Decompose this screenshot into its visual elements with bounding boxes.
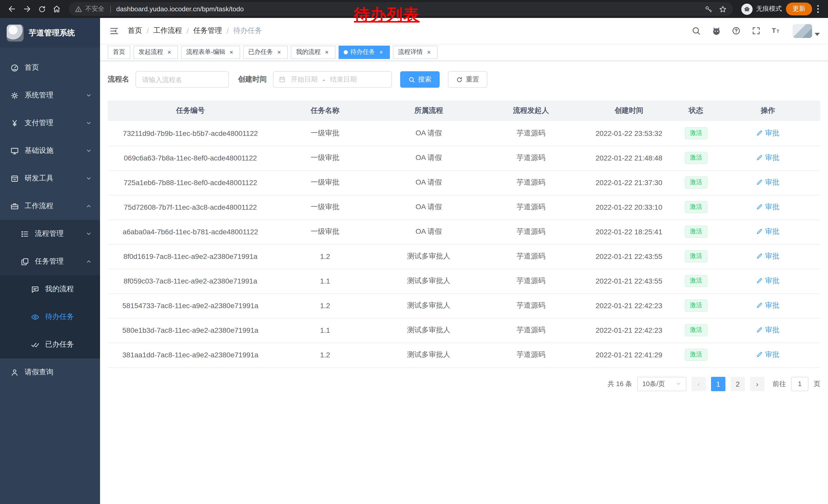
app-root: 不安全 dashboard.yudao.iocoder.cn/bpm/task/… (0, 0, 828, 504)
address-bar[interactable]: 不安全 dashboard.yudao.iocoder.cn/bpm/task/… (69, 2, 733, 16)
tab-done-task[interactable]: 已办任务 × (243, 45, 288, 59)
chat-bubble-icon (31, 285, 40, 293)
approve-link[interactable]: 审批 (756, 301, 780, 310)
reset-button[interactable]: 重置 (448, 71, 487, 88)
status-badge: 激活 (685, 324, 707, 336)
help-icon[interactable] (731, 25, 742, 36)
sidebar-item-done-task[interactable]: 已办任务 (0, 331, 100, 358)
cell-task-id: 580e1b3d-7ac8-11ec-a9e2-a2380e71991a (108, 318, 273, 342)
browser-back-button[interactable] (5, 2, 19, 16)
tab-home[interactable]: 首页 (108, 45, 130, 59)
app-logo[interactable]: 芋道管理系统 (0, 18, 100, 48)
browser-forward-button[interactable] (20, 2, 34, 16)
approve-link[interactable]: 审批 (756, 178, 780, 187)
approve-link[interactable]: 审批 (756, 350, 780, 359)
fullscreen-icon[interactable] (750, 25, 762, 36)
github-icon[interactable] (710, 25, 722, 36)
approve-link[interactable]: 审批 (756, 276, 780, 286)
incognito-label: 无痕模式 (756, 5, 782, 13)
browser-update-button[interactable]: 更新 (786, 3, 812, 15)
sidebar-item-leave-query[interactable]: 请假查询 (0, 358, 100, 386)
sidebar-item-my-process[interactable]: 我的流程 (0, 275, 100, 303)
approve-link[interactable]: 审批 (756, 252, 780, 261)
close-icon[interactable]: × (323, 48, 330, 56)
close-icon[interactable]: × (228, 48, 235, 56)
sidebar-item-workflow[interactable]: 工作流程 (0, 192, 100, 220)
search-icon[interactable] (691, 25, 702, 36)
font-size-icon[interactable]: TT (771, 25, 782, 36)
sidebar-item-devtools[interactable]: 研发工具 (0, 165, 100, 192)
approve-link[interactable]: 审批 (756, 326, 780, 335)
close-icon[interactable]: × (425, 48, 432, 56)
chevron-down-icon (815, 33, 820, 36)
close-icon[interactable]: × (166, 48, 173, 56)
briefcase-icon (10, 202, 19, 211)
sidebar-item-todo-task[interactable]: 待办任务 (0, 303, 100, 331)
tab-label: 发起流程 (138, 48, 163, 56)
table-row: 725a1eb6-7b88-11ec-8ef0-acde48001122 一级审… (108, 170, 820, 195)
browser-menu-icon[interactable] (813, 5, 823, 13)
close-icon[interactable]: × (276, 48, 283, 56)
sidebar-item-infra[interactable]: 基础设施 (0, 137, 100, 165)
tab-label: 我的流程 (296, 48, 321, 56)
approve-link-label: 审批 (765, 276, 780, 286)
breadcrumb-item[interactable]: 工作流程 (153, 26, 182, 35)
user-avatar[interactable] (793, 24, 820, 38)
bookmark-star-icon[interactable] (719, 5, 727, 13)
approve-link[interactable]: 审批 (756, 227, 780, 236)
tab-todo-task-active[interactable]: 待办任务 × (339, 45, 390, 59)
goto-page-input[interactable] (791, 377, 809, 391)
browser-refresh-button[interactable] (35, 2, 49, 16)
tab-start-process[interactable]: 发起流程 × (133, 45, 178, 59)
col-header-process: 所属流程 (377, 100, 481, 121)
sidebar-item-label: 请假查询 (25, 368, 53, 377)
cell-process: OA 请假 (377, 195, 481, 220)
breadcrumb-separator: / (147, 27, 149, 35)
next-page-button[interactable]: › (750, 377, 764, 391)
page-button-1[interactable]: 1 (711, 377, 726, 391)
incognito-icon (741, 3, 753, 15)
cell-task-name: 1.2 (273, 244, 377, 269)
tab-my-process[interactable]: 我的流程 × (291, 45, 335, 59)
filter-bar: 流程名 创建时间 开始日期 - 结束日期 搜索 (108, 71, 820, 88)
approve-link[interactable]: 审批 (756, 153, 780, 163)
goto-suffix-label: 页 (814, 379, 820, 388)
close-icon[interactable]: × (378, 48, 385, 56)
page-size-select[interactable]: 10条/页 (637, 377, 687, 391)
tab-form-edit[interactable]: 流程表单-编辑 × (181, 45, 240, 59)
date-range-picker[interactable]: 开始日期 - 结束日期 (273, 71, 392, 88)
password-key-icon[interactable] (704, 5, 713, 13)
edit-pencil-icon (756, 302, 763, 309)
page-size-value: 10条/页 (642, 379, 665, 388)
prev-page-button[interactable]: ‹ (692, 377, 706, 391)
tab-process-detail[interactable]: 流程详情 × (393, 45, 438, 59)
sidebar-item-system[interactable]: 系统管理 (0, 82, 100, 109)
breadcrumb-item[interactable]: 首页 (128, 26, 142, 35)
sidebar-item-home[interactable]: 首页 (0, 54, 100, 82)
process-name-input[interactable] (135, 71, 229, 88)
approve-link[interactable]: 审批 (756, 202, 780, 212)
page-button-2[interactable]: 2 (731, 377, 745, 391)
cell-create-time: 2022-01-22 23:53:32 (581, 121, 676, 146)
address-separator (110, 5, 111, 12)
cell-process: 测试多审批人 (377, 342, 481, 367)
not-secure-label[interactable]: 不安全 (85, 5, 105, 13)
sidebar-item-task-mgmt[interactable]: 任务管理 (0, 248, 100, 275)
sidebar-item-label: 待办任务 (45, 312, 74, 321)
approve-link-label: 审批 (765, 202, 780, 212)
sidebar-item-process-mgmt[interactable]: 流程管理 (0, 220, 100, 248)
chevron-down-icon (86, 175, 92, 182)
tab-label: 首页 (113, 48, 125, 56)
breadcrumb-item[interactable]: 任务管理 (194, 26, 222, 35)
monitor-icon (10, 146, 19, 155)
cell-create-time: 2022-01-22 18:25:41 (581, 220, 676, 244)
status-badge: 激活 (685, 152, 707, 164)
menu-collapse-button[interactable] (108, 25, 120, 36)
col-header-initiator: 流程发起人 (481, 100, 581, 121)
browser-home-button[interactable] (50, 2, 64, 16)
search-button[interactable]: 搜索 (400, 71, 440, 88)
url-text[interactable]: dashboard.yudao.iocoder.cn/bpm/task/todo (116, 5, 244, 13)
approve-link[interactable]: 审批 (756, 129, 780, 138)
table-body: 73211d9d-7b9b-11ec-b5b7-acde48001122 一级审… (108, 121, 820, 367)
sidebar-item-payment[interactable]: 支付管理 (0, 109, 100, 137)
